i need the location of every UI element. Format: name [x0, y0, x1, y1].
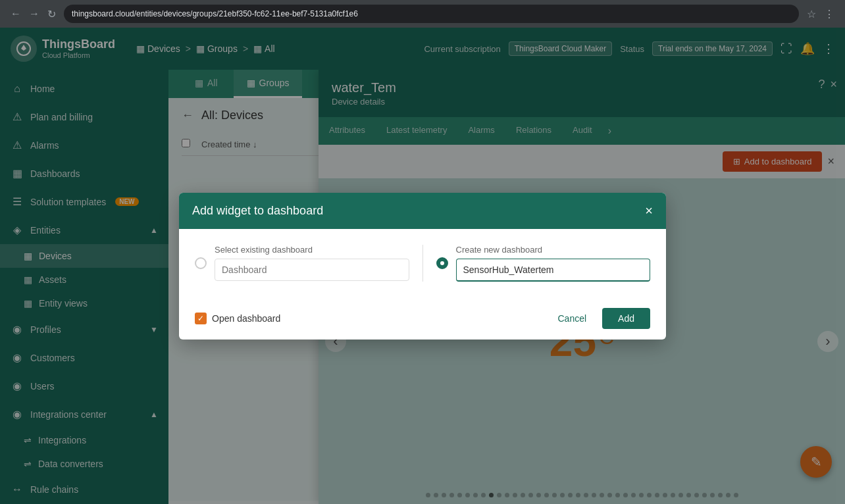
modal-body: Select existing dashboard Create new das…: [179, 229, 666, 297]
radio-existing[interactable]: [195, 257, 207, 269]
back-button[interactable]: ←: [8, 5, 24, 22]
modal-close-button[interactable]: ×: [645, 203, 653, 218]
new-dashboard-title-input[interactable]: [456, 259, 651, 282]
option-new-dashboard: Create new dashboard: [436, 245, 651, 282]
extensions-button[interactable]: ⋮: [821, 5, 837, 23]
option-existing-label: Select existing dashboard: [215, 245, 409, 255]
modal-add-widget: Add widget to dashboard × Select existin…: [179, 193, 666, 340]
browser-nav-buttons: ← → ↻: [8, 5, 59, 23]
url-text: thingsboard.cloud/entities/devices/group…: [72, 9, 358, 18]
address-bar[interactable]: thingsboard.cloud/entities/devices/group…: [64, 5, 799, 23]
open-dashboard-check: ✓ Open dashboard: [195, 313, 280, 324]
open-dashboard-label: Open dashboard: [212, 313, 280, 324]
radio-new[interactable]: [436, 257, 448, 269]
dashboard-select-input[interactable]: [215, 259, 409, 281]
option-new-content: Create new dashboard: [456, 245, 651, 282]
open-dashboard-checkbox[interactable]: ✓: [195, 313, 207, 324]
cancel-button[interactable]: Cancel: [550, 308, 594, 329]
modal-header: Add widget to dashboard ×: [179, 193, 666, 229]
modal-actions: Cancel Add: [550, 308, 650, 329]
option-new-label: Create new dashboard: [456, 245, 651, 255]
add-button[interactable]: Add: [602, 308, 650, 329]
bookmark-button[interactable]: ☆: [804, 5, 819, 23]
modal-footer: ✓ Open dashboard Cancel Add: [179, 297, 666, 340]
modal-backdrop: Add widget to dashboard × Select existin…: [0, 28, 845, 504]
modal-title: Add widget to dashboard: [192, 204, 323, 218]
modal-options: Select existing dashboard Create new das…: [195, 245, 650, 282]
browser-actions: ☆ ⋮: [804, 5, 837, 23]
option-existing-content: Select existing dashboard: [215, 245, 409, 281]
forward-button[interactable]: →: [26, 5, 42, 22]
reload-button[interactable]: ↻: [45, 5, 59, 23]
option-existing-dashboard: Select existing dashboard: [195, 245, 409, 282]
browser-chrome: ← → ↻ thingsboard.cloud/entities/devices…: [0, 0, 845, 28]
modal-divider: [423, 245, 423, 282]
